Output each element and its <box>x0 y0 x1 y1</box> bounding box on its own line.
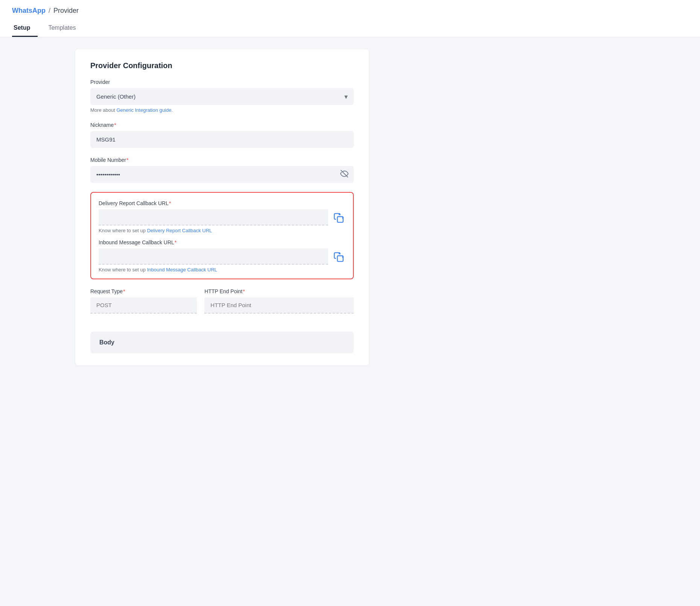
body-card-title: Body <box>99 339 345 346</box>
mobile-number-wrapper <box>90 166 354 183</box>
inbound-callback-label: Inbound Message Callback URL* <box>99 239 345 245</box>
nickname-label: Nickname* <box>90 122 354 128</box>
form-card: Provider Configuration Provider Generic … <box>75 49 369 365</box>
request-type-label: Request Type* <box>90 288 197 294</box>
request-type-field-group: Request Type* <box>90 288 197 314</box>
top-bar: WhatsApp / Provider Setup Templates <box>0 0 700 37</box>
body-card: Body <box>90 332 354 353</box>
tab-setup[interactable]: Setup <box>12 21 38 37</box>
eye-off-icon[interactable] <box>340 169 348 180</box>
inbound-callback-link[interactable]: Inbound Message Callback URL <box>147 267 217 273</box>
delivery-callback-copy-button[interactable] <box>332 211 345 225</box>
callback-section: Delivery Report Callback URL* Know <box>90 192 354 279</box>
breadcrumb: WhatsApp / Provider <box>12 7 688 15</box>
inbound-callback-wrapper <box>99 248 345 265</box>
nickname-field-group: Nickname* <box>90 122 354 148</box>
mobile-number-input[interactable] <box>90 166 354 183</box>
provider-field-group: Provider Generic (Other) ▾ More about Ge… <box>90 79 354 113</box>
delivery-callback-wrapper <box>99 209 345 225</box>
provider-select[interactable]: Generic (Other) <box>90 88 354 105</box>
tabs: Setup Templates <box>12 21 688 37</box>
delivery-callback-input[interactable] <box>99 209 328 225</box>
provider-select-wrapper: Generic (Other) ▾ <box>90 88 354 105</box>
delivery-callback-link[interactable]: Delivery Report Callback URL <box>147 228 212 233</box>
breadcrumb-whatsapp[interactable]: WhatsApp <box>12 7 46 15</box>
inbound-callback-copy-button[interactable] <box>332 250 345 264</box>
breadcrumb-provider: Provider <box>53 7 79 15</box>
nickname-input[interactable] <box>90 131 354 148</box>
inbound-callback-helper: Know where to set up Inbound Message Cal… <box>99 267 345 273</box>
http-endpoint-label: HTTP End Point* <box>204 288 354 294</box>
provider-helper-text: More about Generic Integration guide. <box>90 107 354 113</box>
main-content: Provider Configuration Provider Generic … <box>0 37 700 378</box>
request-type-input[interactable] <box>90 297 197 314</box>
breadcrumb-separator: / <box>49 7 50 15</box>
mobile-number-field-group: Mobile Number* <box>90 157 354 183</box>
generic-integration-link[interactable]: Generic Integration guide. <box>116 107 173 113</box>
tab-templates[interactable]: Templates <box>47 21 83 37</box>
provider-label: Provider <box>90 79 354 85</box>
copy-icon <box>333 213 344 223</box>
request-http-row: Request Type* HTTP End Point* <box>90 288 354 323</box>
http-endpoint-field-group: HTTP End Point* <box>204 288 354 314</box>
form-section-title: Provider Configuration <box>90 61 354 70</box>
delivery-callback-field-group: Delivery Report Callback URL* Know <box>99 200 345 233</box>
copy-icon-2 <box>333 252 344 262</box>
inbound-callback-field-group: Inbound Message Callback URL* Know <box>99 239 345 273</box>
delivery-callback-label: Delivery Report Callback URL* <box>99 200 345 206</box>
mobile-number-label: Mobile Number* <box>90 157 354 163</box>
http-endpoint-input[interactable] <box>204 297 354 314</box>
delivery-callback-helper: Know where to set up Delivery Report Cal… <box>99 228 345 233</box>
inbound-callback-input[interactable] <box>99 248 328 265</box>
